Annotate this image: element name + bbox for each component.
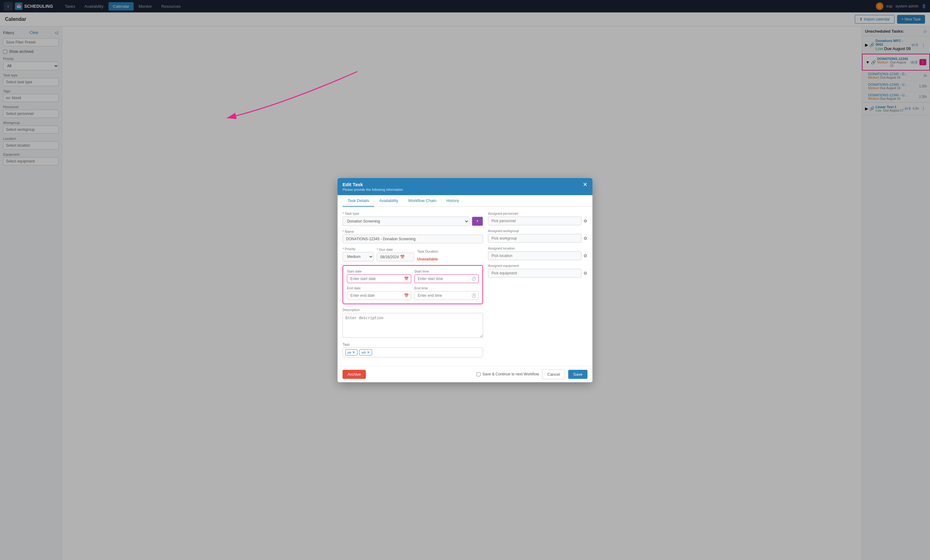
start-date-wrap: 📅 xyxy=(347,274,411,283)
start-date-group: Start date 📅 xyxy=(347,269,411,283)
description-label: Description xyxy=(343,308,483,312)
start-time-wrap: 🕐 xyxy=(414,274,479,283)
task-duration-group: Task Duration Unavailable xyxy=(417,249,438,262)
start-time-label: Start time xyxy=(414,269,479,273)
tab-history[interactable]: History xyxy=(441,195,464,207)
name-label: Name xyxy=(343,230,483,233)
tags-label-modal: Tags xyxy=(343,343,483,346)
modal-right: Assigned personnel ⚙ Assigned workgroup … xyxy=(488,212,587,361)
priority-label: Priority xyxy=(343,247,374,251)
end-date-wrap: 📅 xyxy=(347,291,411,300)
assigned-workgroup-input[interactable] xyxy=(488,234,582,243)
assigned-location-group: Assigned location ⚙ xyxy=(488,246,587,260)
equipment-gear-button[interactable]: ⚙ xyxy=(584,271,587,275)
modal-close-button[interactable]: ✕ xyxy=(583,182,587,188)
assigned-equipment-group: Assigned equipment ⚙ xyxy=(488,264,587,277)
task-type-row: Donation Screening xyxy=(343,217,483,226)
modal-tabs: Task Details Availability Workflow Chain… xyxy=(337,195,593,207)
start-date-cal-icon: 📅 xyxy=(404,277,409,281)
end-time-clock-icon: 🕐 xyxy=(471,293,476,298)
start-date-input[interactable] xyxy=(347,274,411,283)
start-time-input[interactable] xyxy=(414,274,479,283)
task-type-group: Task type Donation Screening xyxy=(343,212,483,226)
due-date-group: Due date 08/16/2024 📅 xyxy=(377,248,414,262)
tag-pe-remove[interactable]: ✕ xyxy=(352,350,355,355)
end-time-label: End time xyxy=(414,286,479,290)
due-date-value: 08/16/2024 xyxy=(380,255,399,259)
modal-title: Edit Task xyxy=(343,182,403,187)
description-group: Description xyxy=(343,308,483,339)
color-picker[interactable] xyxy=(472,217,483,226)
tag-pe: pe ✕ xyxy=(345,349,357,355)
assigned-equipment-label: Assigned equipment xyxy=(488,264,587,268)
archive-button[interactable]: Archive xyxy=(343,370,366,379)
personnel-gear-button[interactable]: ⚙ xyxy=(584,218,587,223)
end-date-label: End date xyxy=(347,286,411,290)
save-button[interactable]: Save xyxy=(568,370,587,379)
modal-footer: Archive Save & Continue to next Workflow… xyxy=(337,366,593,382)
task-type-select[interactable]: Donation Screening xyxy=(343,217,470,226)
assigned-workgroup-label: Assigned workgroup xyxy=(488,229,587,233)
workgroup-gear-button[interactable]: ⚙ xyxy=(584,236,587,241)
end-date-input[interactable] xyxy=(347,291,411,300)
modal-overlay: Edit Task Please provide the following i… xyxy=(0,0,930,560)
modal-left: Task type Donation Screening Name xyxy=(343,212,483,361)
assigned-personnel-label: Assigned personnel xyxy=(488,212,587,215)
cancel-button[interactable]: Cancel xyxy=(542,369,565,379)
start-time-clock-icon: 🕐 xyxy=(471,277,476,281)
tab-workflow-chain[interactable]: Workflow Chain xyxy=(403,195,441,207)
description-textarea[interactable] xyxy=(343,313,483,338)
priority-select-modal[interactable]: Medium Low High xyxy=(343,252,374,262)
task-type-label: Task type xyxy=(343,212,483,215)
tag-wb: wb ✕ xyxy=(359,349,372,355)
name-input[interactable] xyxy=(343,235,483,243)
priority-date-row: Priority Medium Low High Due date 08/16/… xyxy=(343,247,483,262)
calendar-icon: 📅 xyxy=(400,255,405,259)
date-time-section: Start date 📅 Start time 🕐 xyxy=(343,265,483,304)
modal-header: Edit Task Please provide the following i… xyxy=(337,178,593,195)
tags-input-modal[interactable]: pe ✕ wb ✕ xyxy=(343,348,483,357)
save-continue-checkbox[interactable] xyxy=(476,372,480,376)
save-continue-label: Save & Continue to next Workflow xyxy=(482,372,539,376)
due-date-field[interactable]: 08/16/2024 📅 xyxy=(377,253,414,262)
tags-group: Tags pe ✕ wb ✕ xyxy=(343,343,483,357)
end-time-group: End time 🕐 xyxy=(414,286,479,300)
end-date-group: End date 📅 xyxy=(347,286,411,300)
assigned-workgroup-group: Assigned workgroup ⚙ xyxy=(488,229,587,243)
name-group: Name xyxy=(343,230,483,243)
location-gear-button[interactable]: ⚙ xyxy=(584,253,587,258)
end-time-wrap: 🕐 xyxy=(414,291,479,300)
assigned-location-input[interactable] xyxy=(488,251,582,260)
due-date-label: Due date xyxy=(377,248,414,251)
date-time-grid: Start date 📅 Start time 🕐 xyxy=(347,269,479,300)
modal-footer-right: Save & Continue to next Workflow Cancel … xyxy=(476,369,587,379)
tag-wb-remove[interactable]: ✕ xyxy=(367,350,370,355)
modal-subtitle: Please provide the following information xyxy=(343,188,403,191)
priority-group: Priority Medium Low High xyxy=(343,247,374,262)
assigned-personnel-group: Assigned personnel ⚙ xyxy=(488,212,587,225)
assigned-location-label: Assigned location xyxy=(488,246,587,250)
start-date-label: Start date xyxy=(347,269,411,273)
tab-task-details[interactable]: Task Details xyxy=(343,195,374,207)
save-continue-checkbox-row: Save & Continue to next Workflow xyxy=(476,372,539,376)
task-duration-value: Unavailable xyxy=(417,254,438,262)
assigned-personnel-input[interactable] xyxy=(488,217,582,225)
end-date-cal-icon: 📅 xyxy=(404,293,409,298)
edit-task-modal: Edit Task Please provide the following i… xyxy=(337,178,593,382)
modal-body: Task type Donation Screening Name xyxy=(337,207,593,366)
start-time-group: Start time 🕐 xyxy=(414,269,479,283)
tab-availability[interactable]: Availability xyxy=(374,195,403,207)
end-time-input[interactable] xyxy=(414,291,479,300)
assigned-equipment-input[interactable] xyxy=(488,269,582,277)
task-duration-label: Task Duration xyxy=(417,249,438,253)
